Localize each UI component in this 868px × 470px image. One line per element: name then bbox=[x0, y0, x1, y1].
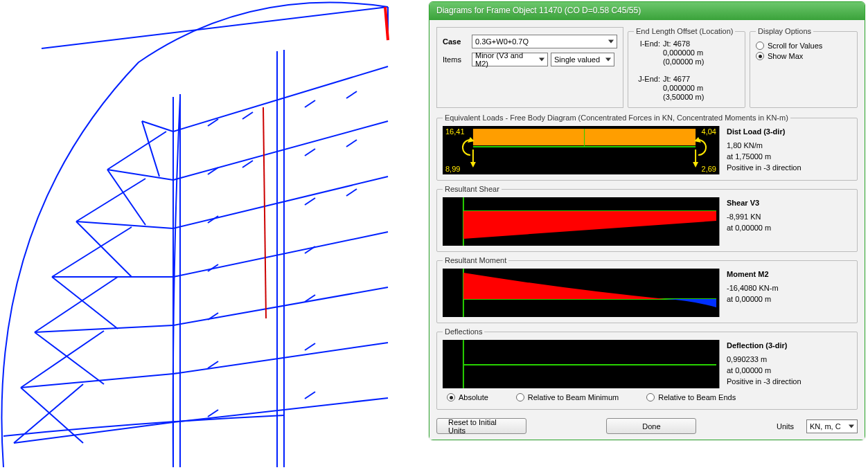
eqloads-val-tr: 4,04 bbox=[702, 127, 716, 136]
svg-line-16 bbox=[346, 91, 357, 98]
eqloads-val-br: 2,69 bbox=[702, 165, 716, 173]
model-view bbox=[0, 0, 423, 470]
svg-line-47 bbox=[76, 179, 145, 222]
case-combo[interactable]: 0.3G+W0+0.7Q bbox=[472, 35, 617, 48]
svg-line-43 bbox=[35, 277, 118, 332]
reset-units-button[interactable]: Reset to Initial Units bbox=[436, 418, 526, 434]
svg-line-0 bbox=[42, 7, 388, 48]
i-end-values: Jt: 4678 0,000000 m (0,00000 m) bbox=[663, 39, 704, 66]
svg-line-29 bbox=[305, 343, 315, 350]
j-end-values: Jt: 4677 0,000000 m (3,50000 m) bbox=[663, 75, 704, 102]
svg-line-38 bbox=[142, 121, 173, 132]
end-length-offset-legend: End Length Offset (Location) bbox=[634, 27, 735, 35]
svg-line-22 bbox=[305, 198, 315, 205]
svg-line-9 bbox=[173, 232, 388, 277]
radio-icon bbox=[646, 393, 655, 401]
shear-info: Shear V3 -8,991 KN at 0,00000 m bbox=[727, 197, 851, 246]
radio-icon bbox=[756, 42, 764, 50]
deflection-plot bbox=[443, 340, 720, 388]
deflection-info: Deflection (3-dir) 0,990233 m at 0,00000… bbox=[727, 340, 851, 388]
case-items-panel: Case 0.3G+W0+0.7Q Items Minor (V3 and M2… bbox=[436, 27, 623, 108]
dialog-title: Diagrams for Frame Object 11470 (CO D=0.… bbox=[436, 6, 641, 15]
radio-deflection-rel-ends[interactable]: Relative to Beam Ends bbox=[646, 393, 736, 401]
svg-line-50 bbox=[142, 121, 159, 177]
resultant-moment-group: Resultant Moment Moment M2 -16,40 bbox=[436, 256, 858, 323]
equivalent-loads-group: Equivalent Loads - Free Body Diagram (Co… bbox=[436, 114, 858, 181]
svg-line-31 bbox=[305, 392, 315, 399]
svg-line-30 bbox=[208, 410, 218, 417]
radio-deflection-absolute[interactable]: Absolute bbox=[447, 393, 488, 401]
radio-scroll-values[interactable]: Scroll for Values bbox=[756, 42, 851, 50]
done-button[interactable]: Done bbox=[606, 418, 696, 434]
display-options-group: Display Options Scroll for Values Show M… bbox=[750, 27, 858, 108]
units-label: Units bbox=[777, 422, 794, 431]
svg-line-37 bbox=[107, 170, 173, 180]
resultant-moment-legend: Resultant Moment bbox=[443, 256, 508, 264]
shear-plot bbox=[443, 197, 720, 246]
svg-line-10 bbox=[173, 287, 388, 325]
svg-line-6 bbox=[173, 66, 388, 132]
valued-mode-combo[interactable]: Single valued bbox=[551, 53, 614, 66]
items-label: Items bbox=[443, 55, 472, 64]
resultant-shear-legend: Resultant Shear bbox=[443, 185, 502, 193]
model-wireframe-svg bbox=[0, 0, 423, 470]
display-options-legend: Display Options bbox=[756, 27, 813, 35]
equivalent-loads-plot: 16,41 8,99 4,04 2,69 bbox=[443, 126, 720, 174]
end-length-offset-group: End Length Offset (Location) I-End: Jt: … bbox=[628, 27, 745, 108]
svg-line-18 bbox=[242, 161, 253, 168]
svg-line-52 bbox=[263, 107, 266, 318]
radio-deflection-rel-min[interactable]: Relative to Beam Minimum bbox=[516, 393, 619, 401]
svg-line-7 bbox=[173, 121, 388, 180]
resultant-shear-group: Resultant Shear Shear V3 -8,991 KN at 0,… bbox=[436, 185, 858, 252]
svg-line-42 bbox=[35, 332, 104, 384]
dialog-titlebar[interactable]: Diagrams for Frame Object 11470 (CO D=0.… bbox=[429, 2, 865, 20]
dialog-body: Case 0.3G+W0+0.7Q Items Minor (V3 and M2… bbox=[429, 20, 865, 440]
moment-info: Moment M2 -16,4080 KN-m at 0,00000 m bbox=[727, 269, 851, 317]
svg-marker-61 bbox=[693, 162, 698, 168]
svg-line-20 bbox=[346, 140, 357, 147]
svg-marker-59 bbox=[470, 162, 476, 168]
svg-line-23 bbox=[346, 189, 357, 196]
svg-line-46 bbox=[76, 222, 132, 277]
eqloads-val-bl: 8,99 bbox=[445, 165, 460, 173]
svg-line-19 bbox=[305, 149, 315, 156]
svg-line-40 bbox=[21, 388, 83, 443]
svg-line-25 bbox=[305, 246, 315, 253]
svg-line-11 bbox=[173, 343, 388, 374]
case-label: Case bbox=[443, 37, 472, 46]
radio-icon bbox=[516, 393, 524, 401]
radio-icon bbox=[447, 393, 455, 401]
deflections-legend: Deflections bbox=[443, 327, 484, 336]
i-end-label: I-End: bbox=[634, 39, 663, 66]
equivalent-loads-legend: Equivalent Loads - Free Body Diagram (Co… bbox=[443, 114, 790, 122]
svg-line-45 bbox=[52, 227, 132, 277]
svg-line-15 bbox=[305, 100, 315, 107]
moment-plot bbox=[443, 269, 720, 317]
svg-line-14 bbox=[242, 112, 253, 119]
radio-show-max[interactable]: Show Max bbox=[756, 52, 851, 60]
svg-line-48 bbox=[107, 170, 145, 225]
svg-line-49 bbox=[107, 132, 166, 170]
svg-line-36 bbox=[76, 222, 173, 228]
svg-line-41 bbox=[21, 331, 104, 388]
svg-line-12 bbox=[173, 398, 388, 422]
svg-line-8 bbox=[173, 177, 388, 228]
items-combo[interactable]: Minor (V3 and M2) bbox=[472, 53, 548, 66]
units-combo[interactable]: KN, m, C bbox=[806, 419, 858, 433]
eqloads-val-tl: 16,41 bbox=[445, 127, 465, 136]
j-end-label: J-End: bbox=[634, 75, 663, 102]
radio-icon bbox=[756, 52, 764, 60]
svg-marker-64 bbox=[463, 211, 716, 239]
deflections-group: Deflections Deflection (3-dir) 0,990233 … bbox=[436, 327, 858, 410]
frame-diagrams-dialog: Diagrams for Frame Object 11470 (CO D=0.… bbox=[429, 1, 865, 440]
svg-line-33 bbox=[21, 374, 173, 388]
equivalent-loads-info: Dist Load (3-dir) 1,80 KN/m at 1,75000 m… bbox=[727, 126, 851, 174]
svg-line-44 bbox=[52, 277, 118, 329]
